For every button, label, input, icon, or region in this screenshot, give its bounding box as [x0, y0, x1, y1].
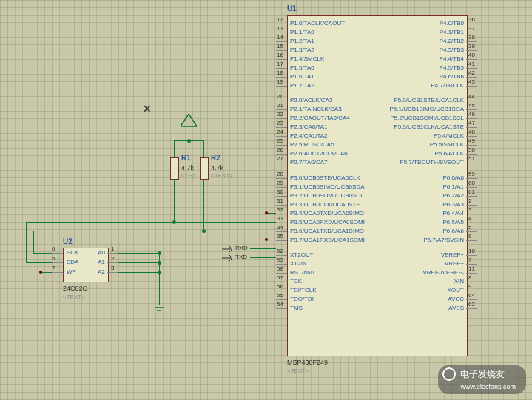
pin-label: P1.3/TA2 — [290, 47, 314, 53]
pin-label: P2.0/ACLK/CA2 — [290, 97, 332, 104]
pin-label: TDO/TDI — [290, 296, 314, 302]
power-vcc-icon — [181, 114, 197, 127]
pin-number: 3 — [468, 206, 471, 213]
pin-label: P3.5/UCA0RXD/UCA0SOMI — [290, 219, 365, 226]
pin-label: P5.1/UCB1SIMO/UCB1SDA — [390, 106, 464, 112]
pin-label: P1.6/TA1 — [290, 73, 314, 80]
pin-number: 26 — [277, 146, 283, 153]
pin-number: 38 — [468, 34, 475, 41]
pin-label: P3.4/UCA0TXD/UCA0SIMO — [290, 210, 364, 217]
pin-label: P4.4/TB4 — [440, 55, 464, 62]
pin-label: VREF-/VEREF- — [422, 269, 464, 276]
pin-number: 39 — [468, 43, 475, 50]
pin-label: P2.6/ADC12CLK/CA6 — [290, 150, 348, 157]
pin-number: 27 — [277, 155, 283, 162]
pin-number: 30 — [277, 189, 283, 195]
pin-number: 17 — [277, 61, 283, 67]
pin-number: 4 — [468, 215, 471, 222]
pin-label: AVCC — [448, 296, 464, 302]
ground-icon — [152, 305, 166, 313]
pin-number: 45 — [468, 102, 475, 109]
pin-label: P3.7/UCA1RXD/UCA1SOMI — [290, 237, 365, 243]
txd-label: TXD — [235, 254, 247, 260]
pin-number: 24 — [277, 129, 283, 135]
pin-number: 48 — [468, 129, 475, 135]
pin-number: 46 — [468, 111, 475, 118]
pin-label: RST/NMI — [290, 269, 314, 276]
pin-number: 2 — [468, 197, 471, 204]
pin-number: 51 — [468, 155, 475, 162]
pin-label: P3.3/UCB0CLK/UCA0STE — [290, 201, 360, 208]
pin-label: P5.4/MCLK — [434, 132, 464, 139]
pin-number: 15 — [277, 43, 283, 50]
pin-number: 13 — [277, 25, 283, 32]
pin-number: 40 — [468, 52, 475, 58]
pin-label: P2.1/TAINCLK/CA3 — [290, 106, 342, 112]
pin-number: 61 — [468, 189, 475, 195]
pin-label: P4.0/TB0 — [440, 20, 464, 27]
pin-number: 16 — [277, 52, 283, 58]
pin-number: 22 — [277, 111, 283, 118]
pin-number: 52 — [277, 248, 283, 254]
u2-ref: U2 — [63, 237, 73, 245]
pin-number: 21 — [277, 102, 283, 109]
pin-label: XOUT — [448, 287, 464, 294]
pin-number: 7 — [468, 257, 471, 263]
pin-label: P3.2/UCB0SOMI/UCB0SCL — [290, 192, 364, 199]
pin-label: AVSS — [448, 305, 464, 311]
pin-label: P1.1/TA0 — [290, 29, 314, 35]
pin-label: P5.7/TBOUTH/SVSOUT — [400, 159, 464, 166]
pin-label: P3.0/UCB0STE/UCA0CLK — [290, 174, 360, 181]
pin-number: 8 — [468, 274, 471, 281]
pin-label: P6.1/A1 — [443, 183, 464, 190]
pin-label: P2.2/CAOUT/TA0/CA4 — [290, 115, 350, 121]
pin-number: 62 — [468, 301, 475, 308]
pin-label: P5.0/UCB1STE/UCA1CLK — [394, 97, 464, 104]
pin-number: 56 — [277, 283, 283, 290]
pin-label: XT2OUT — [290, 251, 314, 258]
pin-label: P6.7/A7/SVSIN — [423, 237, 464, 243]
pin-label: P4.7/TBCLK — [431, 82, 464, 89]
r1-ref: R1 — [181, 154, 191, 162]
pin-number: 11 — [468, 265, 475, 272]
u2-part: 24C02C — [63, 285, 87, 292]
pin-label: P3.6/UCA1TXD/UCA1SIMO — [290, 228, 364, 234]
pin-label: P2.5/ROSC/CA5 — [290, 141, 334, 148]
pin-label: P2.7/TA0/CA7 — [290, 159, 328, 166]
pin-label: P4.5/TB5 — [440, 64, 464, 71]
cursor-crosshair: ⨯ — [143, 102, 152, 114]
pin-label: P1.0/TACLK/CAOUT — [290, 20, 345, 27]
r2-body[interactable] — [200, 157, 209, 180]
r2-text-placeholder: <TEXT> — [211, 172, 233, 179]
pin-label: P1.7/TA2 — [290, 82, 314, 89]
pin-number: 54 — [277, 301, 283, 308]
txd-arrow-icon — [222, 254, 234, 262]
pin-number: 25 — [277, 138, 283, 144]
pin-number: 59 — [468, 171, 475, 177]
pin-number: 14 — [277, 34, 283, 41]
pin-label: P4.1/TB1 — [440, 29, 464, 35]
pin-number: 49 — [468, 138, 475, 144]
pin-number: 33 — [277, 215, 283, 222]
rxd-arrow-icon — [222, 245, 234, 253]
pin-number: 44 — [468, 93, 475, 100]
r2-ref: R2 — [211, 154, 220, 162]
pin-label: P4.2/TB2 — [440, 38, 464, 44]
u2-text-placeholder: <TEXT> — [63, 294, 85, 300]
u1-part: MSP430F249 — [287, 359, 328, 366]
pin-label: P1.4/SMCLK — [290, 55, 324, 62]
pin-label: P6.0/A0 — [443, 174, 464, 181]
pin-number: 32 — [277, 206, 283, 213]
pin-label: TMS — [290, 305, 303, 311]
pin-number: 28 — [277, 171, 283, 177]
pin-label: XT2IN — [290, 260, 307, 267]
pin-label: P6.6/A6 — [443, 228, 464, 234]
pin-number: 23 — [277, 120, 283, 126]
pin-number: 42 — [468, 70, 475, 76]
pin-label: P5.6/ACLK — [434, 150, 464, 157]
rxd-label: RXD — [235, 245, 248, 251]
watermark-url: www.elecfans.com — [460, 383, 516, 390]
pin-number: 20 — [277, 93, 283, 100]
r1-body[interactable] — [170, 157, 179, 180]
pin-number: 58 — [277, 265, 283, 272]
